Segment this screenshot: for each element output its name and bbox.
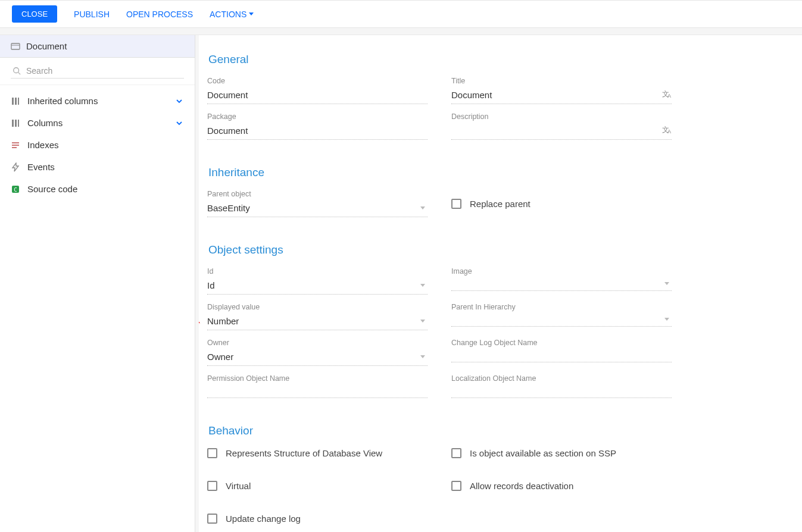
svg-rect-12: [12, 147, 17, 148]
sidebar-item-label: Events: [27, 162, 55, 172]
section-behavior: Behavior Represents Structure of Databas…: [207, 424, 794, 532]
section-general: General Code Document Title Document 文A: [207, 53, 794, 140]
search-wrap: [0, 58, 195, 85]
close-button[interactable]: CLOSE: [12, 5, 57, 23]
main-panel: General Code Document Title Document 文A: [195, 35, 802, 532]
svg-text:A: A: [667, 93, 671, 98]
field-label-title: Title: [451, 77, 672, 85]
checkbox-virtual[interactable]: [207, 481, 217, 491]
svg-text:A: A: [667, 129, 671, 134]
code-icon: C: [11, 184, 20, 194]
field-localization-name[interactable]: [451, 385, 672, 398]
sidebar-item-inherited-columns[interactable]: Inherited columns: [0, 90, 195, 112]
svg-point-2: [14, 68, 19, 73]
field-label-displayed: Displayed value: [207, 303, 427, 311]
svg-text:C: C: [14, 187, 17, 193]
sidebar-item-label: Inherited columns: [27, 96, 98, 106]
translate-icon[interactable]: 文A: [662, 126, 672, 136]
checkbox-label-represents: Represents Structure of Database View: [226, 448, 382, 458]
svg-line-3: [18, 73, 21, 75]
lightning-icon: [11, 162, 20, 172]
svg-rect-8: [15, 120, 17, 127]
sidebar-item-events[interactable]: Events: [0, 156, 195, 178]
svg-marker-13: [13, 163, 18, 171]
svg-rect-7: [12, 120, 14, 127]
svg-rect-6: [18, 98, 19, 105]
field-label-image: Image: [451, 267, 672, 276]
field-label-parenthier: Parent In Hierarchy: [451, 303, 672, 311]
field-label-permission: Permission Object Name: [207, 374, 427, 383]
section-title-general: General: [208, 53, 794, 66]
checkbox-label-deactivation: Allow records deactivation: [470, 481, 573, 491]
columns-icon: [11, 96, 20, 106]
svg-rect-4: [12, 98, 14, 105]
sidebar-item-label: Indexes: [27, 140, 59, 150]
section-title-inheritance: Inheritance: [208, 166, 794, 179]
field-package[interactable]: Document: [207, 123, 427, 140]
field-label-description: Description: [451, 112, 672, 121]
columns-icon: [11, 118, 20, 128]
field-parent-object[interactable]: BaseEntity: [207, 201, 427, 217]
svg-rect-0: [11, 43, 20, 49]
sidebar-item-label: Columns: [27, 118, 63, 128]
checkbox-label-ssp: Is object available as section on SSP: [470, 448, 616, 458]
field-label-id: Id: [207, 267, 427, 276]
sidebar-item-source-code[interactable]: C Source code: [0, 178, 195, 200]
toolbar-divider: [0, 28, 802, 35]
sidebar-item-label: Source code: [27, 184, 77, 194]
chevron-down-icon: [174, 118, 184, 128]
field-label-changelog: Change Log Object Name: [451, 339, 672, 347]
checkbox-update-changelog[interactable]: [207, 514, 217, 524]
actions-label: ACTIONS: [210, 10, 246, 19]
top-toolbar: CLOSE PUBLISH OPEN PROCESS ACTIONS: [0, 0, 802, 28]
field-label-code: Code: [207, 77, 427, 85]
search-input[interactable]: [26, 66, 183, 76]
sidebar: Document Inherited columns: [0, 35, 195, 532]
checkbox-label-update-changelog: Update change log: [226, 514, 301, 524]
field-changelog-name[interactable]: [451, 349, 672, 362]
open-process-button[interactable]: OPEN PROCESS: [126, 10, 193, 19]
sidebar-item-indexes[interactable]: Indexes: [0, 134, 195, 156]
actions-dropdown[interactable]: ACTIONS: [210, 10, 254, 19]
field-id[interactable]: Id: [207, 278, 427, 295]
section-inheritance: Inheritance Parent object BaseEntity Rep…: [207, 166, 794, 217]
publish-button[interactable]: PUBLISH: [74, 10, 110, 19]
field-image[interactable]: [451, 278, 672, 291]
svg-rect-5: [15, 98, 17, 105]
field-title[interactable]: Document 文A: [451, 87, 672, 104]
svg-rect-9: [18, 120, 19, 127]
checkbox-deactivation[interactable]: [451, 481, 461, 491]
field-description[interactable]: 文A: [451, 123, 672, 140]
object-icon: [11, 42, 20, 51]
field-displayed-value[interactable]: Number: [207, 314, 427, 330]
section-title-behavior: Behavior: [208, 424, 794, 437]
chevron-down-icon: [174, 96, 184, 106]
section-object-settings: Object settings Id Id Image Displayed va…: [207, 243, 794, 398]
checkbox-label-virtual: Virtual: [226, 481, 251, 491]
field-label-localization: Localization Object Name: [451, 374, 672, 383]
field-permission-name[interactable]: [207, 385, 427, 398]
section-title-settings: Object settings: [208, 243, 794, 256]
checkbox-represents-view[interactable]: [207, 448, 217, 458]
sidebar-header-label: Document: [26, 41, 67, 51]
field-owner[interactable]: Owner: [207, 349, 427, 366]
field-label-package: Package: [207, 112, 427, 121]
chevron-down-icon: [249, 12, 254, 15]
index-icon: [11, 140, 20, 150]
search-icon: [12, 66, 21, 76]
sidebar-item-columns[interactable]: Columns: [0, 112, 195, 134]
field-code[interactable]: Document: [207, 87, 427, 104]
field-parent-hierarchy[interactable]: [451, 314, 672, 327]
svg-rect-10: [12, 142, 19, 143]
checkbox-label-replace-parent: Replace parent: [470, 199, 530, 209]
field-label-owner: Owner: [207, 339, 427, 347]
field-label-parent: Parent object: [207, 190, 427, 198]
sidebar-header[interactable]: Document: [0, 35, 195, 58]
svg-rect-11: [12, 145, 19, 146]
svg-line-17: [195, 269, 199, 323]
translate-icon[interactable]: 文A: [662, 90, 672, 100]
checkbox-ssp[interactable]: [451, 448, 461, 458]
checkbox-replace-parent[interactable]: [451, 199, 461, 209]
